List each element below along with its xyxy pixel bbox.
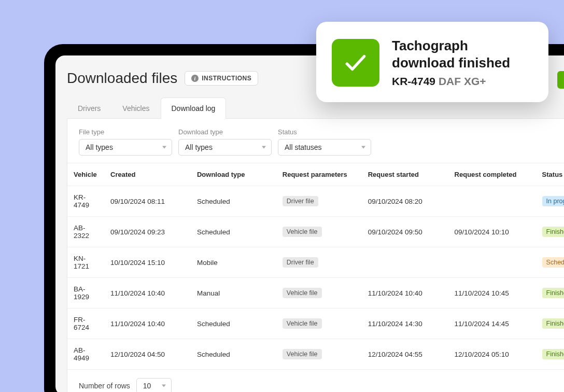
cell-created: 09/10/2024 08:11 [105,186,192,217]
cell-created: 11/10/2024 10:40 [105,309,192,339]
col-created[interactable]: Created [105,163,192,186]
status-badge: Finished [542,227,564,237]
param-pill: Vehicle file [283,349,322,359]
cell-request-completed: 11/10/2024 14:45 [449,309,537,339]
cell-download-type: Manual [192,278,277,309]
cell-download-type: Scheduled [192,186,277,217]
cell-created: 09/10/2024 09:23 [105,217,192,247]
cell-created: 10/10/2024 15:10 [105,247,192,278]
rows-select[interactable]: 10 [136,378,172,392]
download-type-select[interactable]: All types [178,139,272,156]
tab-download-log[interactable]: Download log [161,97,227,119]
cell-status: Scheduled [537,247,564,278]
select-value: All types [86,143,113,151]
checkmark-icon [332,39,379,87]
cell-download-type: Mobile [192,247,277,278]
page-content: Downloaded files i INSTRUCTIONS DOWNLOAD… [55,55,564,392]
cell-request-started: 11/10/2024 10:40 [363,278,449,309]
info-icon: i [191,75,199,82]
cell-request-completed [449,247,537,278]
filter-label: Download type [178,128,272,136]
cell-download-type: Scheduled [192,217,277,247]
filter-label: Status [278,128,371,136]
cell-created: 12/10/2024 04:50 [105,339,192,370]
cell-request-completed: 09/10/2024 10:10 [449,217,537,247]
table-row[interactable]: AB-232209/10/2024 09:23ScheduledVehicle … [67,217,564,247]
cell-request-started [363,247,449,278]
col-status[interactable]: Status [537,163,564,186]
table-footer: Number of rows 10 [67,370,564,392]
panel: File type All types Download type All ty… [67,119,564,392]
chevron-down-icon [162,385,166,387]
rows-label: Number of rows [79,382,130,390]
select-value: All statuses [285,143,322,151]
status-badge: In progress [542,196,564,206]
param-pill: Vehicle file [283,227,322,237]
download-log-table: Vehicle Created Download type Request pa… [67,163,564,370]
cell-status: Finished [537,278,564,309]
select-value: 10 [143,382,151,390]
select-value: All types [185,143,213,151]
status-badge: Finished [542,318,564,329]
cell-request-started: 09/10/2024 09:50 [363,217,449,247]
toast-notification[interactable]: Tachograph download finished KR-4749 DAF… [316,22,548,102]
param-pill: Driver file [283,257,318,268]
cell-vehicle: AB-2322 [67,217,105,247]
screen: Downloaded files i INSTRUCTIONS DOWNLOAD… [55,55,564,392]
cell-status: In progress [537,186,564,217]
param-pill: Driver file [283,196,318,206]
cell-request-parameters: Vehicle file [277,339,363,370]
chevron-down-icon [262,146,266,149]
table-row[interactable]: KN-172110/10/2024 15:10MobileDriver file… [67,247,564,278]
col-request-completed[interactable]: Request completed [449,163,537,186]
cell-request-started: 12/10/2024 04:55 [363,339,449,370]
param-pill: Vehicle file [283,288,322,298]
param-pill: Vehicle file [283,318,322,329]
cell-download-type: Scheduled [192,339,277,370]
cell-request-started: 11/10/2024 14:30 [363,309,449,339]
toast-subtitle: KR-4749 DAF XG+ [392,75,533,88]
table-row[interactable]: AB-494912/10/2024 04:50ScheduledVehicle … [67,339,564,370]
col-request-parameters[interactable]: Request parameters [277,163,363,186]
cell-vehicle: FR-6724 [67,309,105,339]
instructions-button[interactable]: i INSTRUCTIONS [185,71,258,86]
file-type-select[interactable]: All types [79,139,172,156]
filter-status: Status All statuses [278,128,371,156]
download-button[interactable]: DOWNLOAD [557,71,564,89]
cell-vehicle: AB-4949 [67,339,105,370]
cell-request-parameters: Vehicle file [277,217,363,247]
col-request-started[interactable]: Request started [363,163,449,186]
toast-plate: KR-4749 [392,75,435,87]
cell-vehicle: KN-1721 [67,247,105,278]
status-badge: Finished [542,349,564,359]
cell-vehicle: BA-1929 [67,278,105,309]
toast-title: Tachograph download finished [392,37,533,71]
cell-created: 11/10/2024 10:40 [105,278,192,309]
cell-download-type: Scheduled [192,309,277,339]
tab-drivers[interactable]: Drivers [67,97,111,119]
table-row[interactable]: BA-192911/10/2024 10:40ManualVehicle fil… [67,278,564,309]
chevron-down-icon [361,146,365,149]
toast-text: Tachograph download finished KR-4749 DAF… [392,37,533,88]
chevron-down-icon [162,146,166,149]
status-select[interactable]: All statuses [278,139,371,156]
cell-request-completed: 12/10/2024 05:10 [449,339,537,370]
cell-request-parameters: Driver file [277,247,363,278]
filters: File type All types Download type All ty… [67,119,564,163]
col-vehicle[interactable]: Vehicle [67,163,105,186]
filter-file-type: File type All types [79,128,172,156]
tab-vehicles[interactable]: Vehicles [111,97,160,119]
filter-label: File type [79,128,172,136]
table-row[interactable]: FR-672411/10/2024 10:40ScheduledVehicle … [67,309,564,339]
cell-request-started: 09/10/2024 08:20 [363,186,449,217]
cell-request-completed [449,186,537,217]
status-badge: Scheduled [542,257,564,268]
table-header-row: Vehicle Created Download type Request pa… [67,163,564,186]
cell-status: Finished [537,309,564,339]
cell-vehicle: KR-4749 [67,186,105,217]
page-title: Downloaded files [67,70,177,87]
table-row[interactable]: KR-474909/10/2024 08:11ScheduledDriver f… [67,186,564,217]
col-download-type[interactable]: Download type [192,163,277,186]
cell-request-parameters: Vehicle file [277,278,363,309]
cell-request-completed: 11/10/2024 10:45 [449,278,537,309]
